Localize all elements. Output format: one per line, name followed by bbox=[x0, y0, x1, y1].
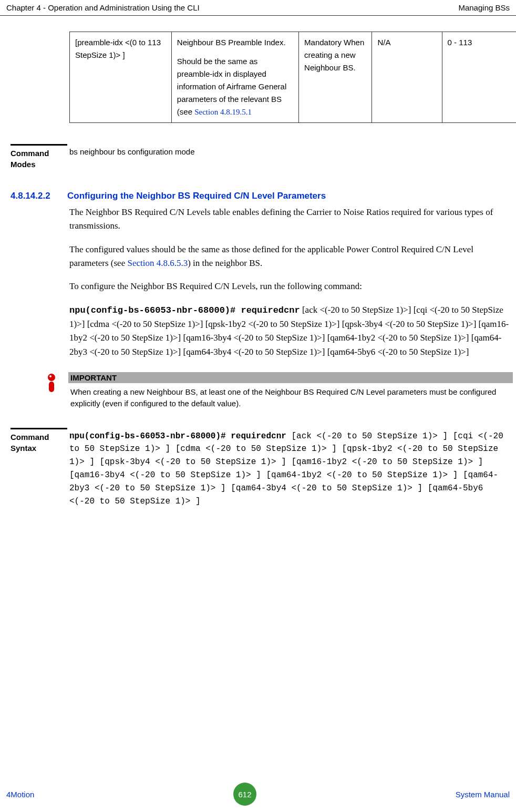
table-row: [preamble-idx <(0 to 113 StepSize 1)> ] … bbox=[70, 32, 517, 123]
svg-rect-2 bbox=[49, 382, 54, 392]
cell-default: N/A bbox=[372, 32, 442, 123]
important-block: IMPORTANT When creating a new Neighbour … bbox=[35, 372, 513, 409]
paragraph-1: The Neighbor BS Required C/N Levels tabl… bbox=[69, 205, 510, 233]
footer-right: System Manual bbox=[456, 790, 510, 799]
command-syntax-block: Command Syntax npu(config-bs-66053-nbr-6… bbox=[11, 428, 510, 508]
paragraph-2: The configured values should be the same… bbox=[69, 243, 510, 271]
cell-presence: Mandatory When creating a new Neighbour … bbox=[299, 32, 372, 123]
important-text: When creating a new Neighbour BS, at lea… bbox=[68, 383, 513, 409]
desc-main: Neighbour BS Preamble Index. bbox=[177, 36, 293, 49]
desc-link[interactable]: Section 4.8.19.5.1 bbox=[194, 108, 252, 116]
section-heading: 4.8.14.2.2 Configuring the Neighbor BS R… bbox=[11, 191, 510, 201]
important-heading: IMPORTANT bbox=[68, 372, 513, 383]
command-modes-block: Command Modes bs neighbour bs configurat… bbox=[11, 144, 510, 170]
command-syntax-label: Command Syntax bbox=[11, 428, 67, 454]
param-table: [preamble-idx <(0 to 113 StepSize 1)> ] … bbox=[69, 32, 516, 123]
cell-range: 0 - 113 bbox=[442, 32, 516, 123]
important-icon bbox=[35, 372, 68, 409]
p2b: ) in the neighbor BS. bbox=[188, 258, 262, 268]
page-header: Chapter 4 - Operation and Administration… bbox=[0, 0, 516, 16]
command-syntax-body: npu(config-bs-66053-nbr-68000)# required… bbox=[67, 428, 510, 508]
cmd-intro-bold: npu(config-bs-66053-nbr-68000)# required… bbox=[69, 305, 300, 315]
syntax-rest: [ack <(-20 to 50 StepSize 1)> ] [cqi <(-… bbox=[69, 431, 503, 506]
page-number-badge: 612 bbox=[233, 783, 256, 806]
svg-point-1 bbox=[49, 375, 51, 377]
command-intro: npu(config-bs-66053-nbr-68000)# required… bbox=[69, 303, 510, 359]
p2-link[interactable]: Section 4.8.6.5.3 bbox=[127, 258, 188, 268]
section-number: 4.8.14.2.2 bbox=[11, 191, 67, 201]
cell-parameter: [preamble-idx <(0 to 113 StepSize 1)> ] bbox=[70, 32, 172, 123]
page-footer: 4Motion 612 System Manual bbox=[0, 783, 516, 806]
command-modes-label: Command Modes bbox=[11, 144, 67, 170]
cell-description: Neighbour BS Preamble Index. Should be t… bbox=[171, 32, 298, 123]
footer-left: 4Motion bbox=[6, 790, 34, 799]
syntax-bold: npu(config-bs-66053-nbr-68000)# required… bbox=[69, 431, 286, 441]
header-left: Chapter 4 - Operation and Administration… bbox=[6, 3, 200, 12]
section-title: Configuring the Neighbor BS Required C/N… bbox=[67, 191, 326, 201]
command-modes-text: bs neighbour bs configuration mode bbox=[67, 144, 510, 156]
svg-point-0 bbox=[48, 374, 55, 381]
header-right: Managing BSs bbox=[458, 3, 510, 12]
paragraph-3: To configure the Neighbor BS Required C/… bbox=[69, 280, 510, 293]
